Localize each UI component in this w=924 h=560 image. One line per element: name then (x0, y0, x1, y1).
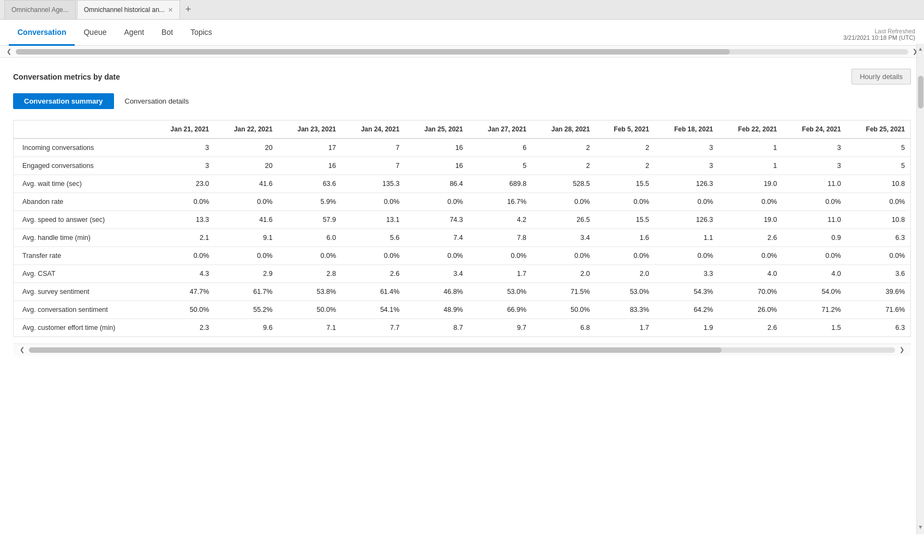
right-scrollbar[interactable]: ▲ ▼ (916, 44, 924, 534)
browser-tab-1[interactable]: Omnichannel Age... (4, 0, 76, 19)
nav-tab-agent[interactable]: Agent (116, 20, 153, 46)
nav-tab-bot[interactable]: Bot (153, 20, 182, 46)
scroll-left-bottom-icon[interactable]: ❮ (17, 346, 27, 353)
nav-tab-queue[interactable]: Queue (75, 20, 115, 46)
metric-value: 8.7 (405, 319, 468, 337)
scroll-track-bottom[interactable] (29, 347, 895, 353)
metric-value: 26.5 (532, 211, 595, 229)
metric-value: 1.7 (469, 265, 532, 283)
metric-value: 61.7% (214, 283, 278, 301)
metric-value: 0.0% (341, 193, 405, 211)
metric-value: 13.1 (341, 211, 405, 229)
metric-value: 2.1 (151, 229, 214, 247)
metric-value: 1 (718, 157, 782, 175)
metric-value: 2 (595, 157, 655, 175)
metric-value: 4.0 (718, 265, 782, 283)
metric-value: 50.0% (151, 301, 214, 319)
metric-value: 3.3 (655, 265, 718, 283)
metric-value: 0.0% (718, 247, 782, 265)
sub-tab-summary[interactable]: Conversation summary (13, 93, 114, 109)
table-row: Avg. conversation sentiment50.0%55.2%50.… (14, 301, 910, 319)
metric-value: 3 (655, 139, 718, 157)
metric-label: Avg. handle time (min) (14, 229, 151, 247)
metric-value: 1.5 (782, 319, 846, 337)
col-header-metric (14, 121, 151, 139)
metric-value: 6.3 (847, 319, 910, 337)
add-tab-button[interactable]: + (181, 4, 196, 15)
metric-value: 9.1 (214, 229, 278, 247)
metric-value: 0.0% (151, 193, 214, 211)
table-row: Incoming conversations320177166223135 (14, 139, 910, 157)
metric-value: 0.0% (532, 193, 595, 211)
metric-label: Incoming conversations (14, 139, 151, 157)
metric-value: 71.2% (782, 301, 846, 319)
nav-tab-conversation[interactable]: Conversation (9, 20, 75, 46)
metric-label: Transfer rate (14, 247, 151, 265)
col-header-jan24: Jan 24, 2021 (341, 121, 405, 139)
scroll-up-icon[interactable]: ▲ (916, 44, 924, 54)
browser-tab-bar: Omnichannel Age... Omnichannel historica… (0, 0, 924, 20)
close-icon[interactable]: ✕ (168, 7, 173, 14)
metric-label: Abandon rate (14, 193, 151, 211)
metric-value: 7 (341, 139, 405, 157)
scroll-right-bottom-icon[interactable]: ❯ (897, 346, 907, 353)
metric-value: 4.3 (151, 265, 214, 283)
sub-tabs: Conversation summary Conversation detail… (13, 93, 911, 109)
top-scroll-area[interactable]: ❮ ❯ (0, 46, 924, 58)
bottom-scroll-area[interactable]: ❮ ❯ (13, 344, 911, 356)
sub-tab-details[interactable]: Conversation details (114, 93, 200, 109)
metric-value: 0.0% (341, 247, 405, 265)
metric-value: 0.0% (214, 193, 278, 211)
section-title: Conversation metrics by date (13, 73, 120, 81)
metric-value: 86.4 (405, 175, 468, 193)
metric-label: Avg. customer effort time (min) (14, 319, 151, 337)
data-table-container: Jan 21, 2021 Jan 22, 2021 Jan 23, 2021 J… (13, 120, 911, 337)
main-content: Conversation metrics by date Hourly deta… (0, 58, 924, 560)
metric-value: 23.0 (151, 175, 214, 193)
metric-value: 6.0 (278, 229, 341, 247)
metric-value: 15.5 (595, 211, 655, 229)
scroll-down-icon[interactable]: ▼ (916, 522, 924, 532)
metric-value: 0.0% (655, 193, 718, 211)
metric-value: 2.3 (151, 319, 214, 337)
metric-value: 7 (341, 157, 405, 175)
metric-value: 3 (782, 157, 846, 175)
metric-value: 7.1 (278, 319, 341, 337)
metric-value: 6.8 (532, 319, 595, 337)
scroll-thumb-bottom (29, 347, 722, 353)
scroll-track-top[interactable] (16, 49, 908, 55)
metric-value: 15.5 (595, 175, 655, 193)
browser-tab-2[interactable]: Omnichannel historical an... ✕ (77, 0, 180, 19)
col-header-feb22: Feb 22, 2021 (718, 121, 782, 139)
metric-label: Avg. speed to answer (sec) (14, 211, 151, 229)
scroll-thumb-top (16, 49, 730, 55)
metric-value: 1.6 (595, 229, 655, 247)
metric-label: Avg. survey sentiment (14, 283, 151, 301)
right-scrollbar-thumb[interactable] (918, 76, 923, 109)
metric-value: 7.4 (405, 229, 468, 247)
table-row: Abandon rate0.0%0.0%5.9%0.0%0.0%16.7%0.0… (14, 193, 910, 211)
metric-value: 11.0 (782, 175, 846, 193)
metric-value: 135.3 (341, 175, 405, 193)
metric-value: 5 (847, 139, 910, 157)
metric-value: 4.0 (782, 265, 846, 283)
metric-value: 0.0% (782, 247, 846, 265)
metric-value: 6 (469, 139, 532, 157)
metric-value: 16 (278, 157, 341, 175)
table-row: Transfer rate0.0%0.0%0.0%0.0%0.0%0.0%0.0… (14, 247, 910, 265)
nav-tab-topics[interactable]: Topics (182, 20, 221, 46)
metric-value: 126.3 (655, 211, 718, 229)
metric-value: 7.7 (341, 319, 405, 337)
metric-value: 3.4 (405, 265, 468, 283)
metric-value: 55.2% (214, 301, 278, 319)
metric-value: 61.4% (341, 283, 405, 301)
metric-value: 20 (214, 139, 278, 157)
table-header-row: Jan 21, 2021 Jan 22, 2021 Jan 23, 2021 J… (14, 121, 910, 139)
scroll-left-icon[interactable]: ❮ (4, 48, 14, 55)
metric-value: 1.7 (595, 319, 655, 337)
hourly-details-button[interactable]: Hourly details (851, 69, 911, 85)
metric-value: 2 (532, 139, 595, 157)
metric-value: 11.0 (782, 211, 846, 229)
metric-value: 5.9% (278, 193, 341, 211)
metric-label: Avg. wait time (sec) (14, 175, 151, 193)
